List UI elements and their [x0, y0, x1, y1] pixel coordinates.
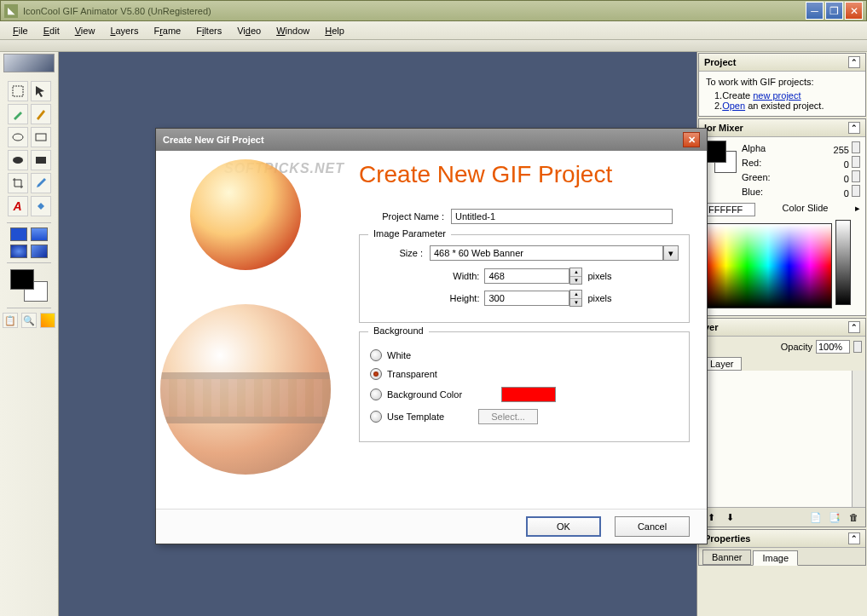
project-name-input[interactable]: [451, 209, 673, 224]
move-tool[interactable]: [31, 81, 51, 101]
radio-transparent[interactable]: [370, 368, 382, 380]
select-template-button[interactable]: Select...: [478, 409, 538, 424]
maximize-button[interactable]: ❐: [825, 2, 843, 20]
toolbox-logo: [3, 54, 55, 72]
layer-down-icon[interactable]: ⬇: [723, 510, 737, 524]
toolbar-strip: [0, 40, 867, 52]
menu-frame[interactable]: Frame: [146, 23, 188, 38]
project-collapse-icon[interactable]: ⌃: [848, 56, 860, 68]
color-picker-gradient[interactable]: [704, 223, 832, 308]
dialog-artwork: SOFTPICKS.NET: [156, 151, 352, 509]
menu-help[interactable]: Help: [317, 23, 352, 38]
bucket-tool[interactable]: [31, 196, 51, 216]
hex-input[interactable]: FFFFFF: [704, 203, 755, 216]
dialog-heading: Create New GIF Project: [359, 161, 690, 188]
wand-tool[interactable]: [8, 104, 28, 124]
zoom-tool[interactable]: 🔍: [21, 313, 37, 328]
color-mixer-panel: lor Mixer ⌃ Alpha255 Red:0 Green:0 Blue:…: [698, 118, 866, 316]
menu-edit[interactable]: Edit: [36, 23, 67, 38]
swatch-blue-solid[interactable]: [10, 227, 27, 241]
bg-color-preview[interactable]: [501, 387, 556, 402]
effects-tool[interactable]: [40, 313, 55, 328]
color-selector[interactable]: [10, 269, 48, 302]
swatch-blue-grad[interactable]: [31, 227, 48, 241]
open-project-link[interactable]: Open: [722, 101, 745, 111]
opacity-spinner[interactable]: [853, 341, 862, 353]
new-project-link[interactable]: new project: [753, 90, 801, 101]
layer-tab[interactable]: Layer: [702, 357, 742, 371]
tab-banner[interactable]: Banner: [702, 550, 751, 565]
image-parameter-group: Image Parameter Size : ▾ Width: ▲▼ pixel…: [359, 234, 690, 323]
height-spinner[interactable]: ▲▼: [569, 290, 582, 307]
mixer-color-stack[interactable]: [704, 141, 737, 173]
blue-value: 0: [844, 188, 849, 199]
size-dropdown-button[interactable]: ▾: [663, 245, 679, 261]
red-spinner[interactable]: [852, 156, 860, 168]
properties-collapse-icon[interactable]: ⌃: [848, 533, 860, 544]
green-value: 0: [844, 174, 849, 184]
color-mixer-title: lor Mixer: [704, 123, 743, 133]
menu-view[interactable]: View: [67, 23, 103, 38]
title-bar: ◣ IconCool GIF Animator V5.80 (UnRegiste…: [0, 0, 867, 21]
properties-panel: Properties ⌃ Banner Image: [698, 529, 866, 566]
width-input[interactable]: [484, 268, 569, 284]
window-title: IconCool GIF Animator V5.80 (UnRegistere…: [23, 6, 806, 16]
right-panels: Project ⌃ To work with GIF projects: 1.C…: [696, 52, 867, 616]
filled-rect-tool[interactable]: [31, 150, 51, 170]
opacity-input[interactable]: 100%: [816, 340, 850, 354]
width-spinner[interactable]: ▲▼: [569, 268, 582, 285]
new-layer-icon[interactable]: 📄: [809, 510, 823, 524]
brush-tool[interactable]: [31, 104, 51, 124]
mixer-collapse-icon[interactable]: ⌃: [848, 122, 860, 134]
svg-rect-0: [13, 86, 23, 96]
ellipse-tool[interactable]: [8, 127, 28, 147]
height-input[interactable]: [484, 291, 569, 306]
rect-tool[interactable]: [31, 127, 51, 147]
minimize-button[interactable]: ─: [806, 2, 824, 20]
ok-button[interactable]: OK: [526, 516, 601, 537]
size-preset-select[interactable]: [430, 245, 663, 261]
menu-filters[interactable]: Filters: [188, 23, 229, 38]
close-button[interactable]: ✕: [845, 2, 863, 20]
marquee-tool[interactable]: [8, 81, 28, 101]
eyedropper-tool[interactable]: [31, 173, 51, 193]
dialog-title: Create New Gif Project: [163, 135, 264, 145]
layer-scrollbar[interactable]: [852, 371, 865, 507]
menu-bar: File Edit View Layers Frame Filters Vide…: [0, 21, 867, 40]
layer-list: [699, 371, 865, 507]
tab-image[interactable]: Image: [753, 550, 798, 566]
brightness-slider[interactable]: [835, 220, 851, 305]
color-slide-toggle[interactable]: ▸: [855, 203, 860, 216]
properties-title: Properties: [704, 533, 750, 544]
foreground-color[interactable]: [10, 269, 34, 290]
crop-tool[interactable]: [8, 173, 28, 193]
project-panel: Project ⌃ To work with GIF projects: 1.C…: [698, 53, 866, 117]
menu-window[interactable]: Window: [269, 23, 317, 38]
svg-rect-4: [36, 157, 46, 164]
delete-layer-icon[interactable]: 🗑: [847, 510, 860, 524]
project-intro: To work with GIF projects:: [706, 77, 858, 87]
filled-ellipse-tool[interactable]: [8, 150, 28, 170]
menu-video[interactable]: Video: [229, 23, 269, 38]
toolbox: A 📋 🔍: [0, 52, 59, 616]
duplicate-layer-icon[interactable]: 📑: [828, 510, 841, 524]
dialog-close-button[interactable]: ✕: [683, 132, 700, 147]
svg-point-1: [13, 134, 23, 141]
swatch-blue-radial[interactable]: [10, 245, 27, 258]
text-tool[interactable]: A: [8, 196, 28, 216]
green-spinner[interactable]: [852, 170, 860, 182]
radio-template[interactable]: [370, 411, 382, 423]
history-tool[interactable]: 📋: [3, 313, 18, 328]
menu-layers[interactable]: Layers: [102, 23, 146, 38]
swatch-blue-diag[interactable]: [31, 245, 48, 258]
app-icon: ◣: [4, 4, 18, 18]
blue-spinner[interactable]: [852, 185, 860, 197]
layer-collapse-icon[interactable]: ⌃: [848, 321, 860, 333]
cancel-button[interactable]: Cancel: [615, 516, 690, 537]
create-project-dialog: Create New Gif Project ✕ SOFTPICKS.NET C…: [155, 128, 708, 544]
menu-file[interactable]: File: [5, 23, 36, 38]
radio-bgcolor[interactable]: [370, 389, 382, 400]
project-panel-title: Project: [704, 57, 736, 67]
alpha-spinner[interactable]: [852, 141, 860, 153]
radio-white[interactable]: [370, 349, 382, 361]
